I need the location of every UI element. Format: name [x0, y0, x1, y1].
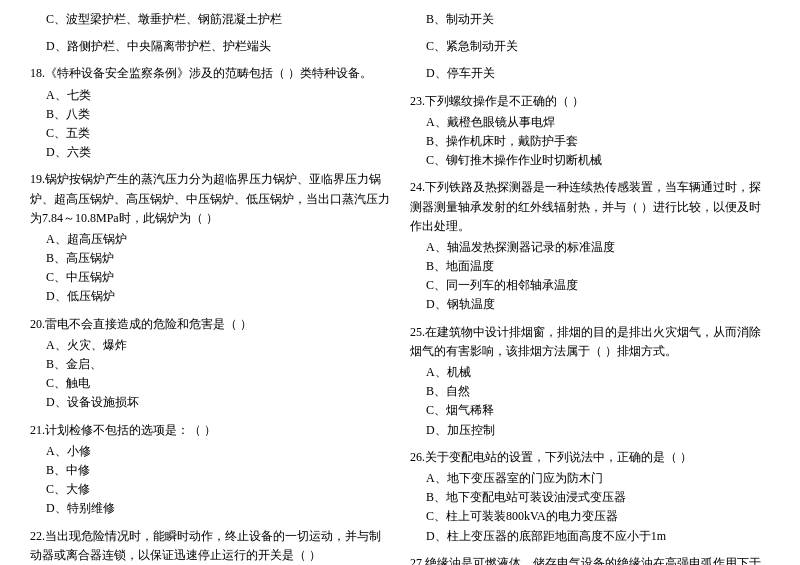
- option-text: A、小修: [30, 442, 390, 461]
- option-text: B、八类: [30, 105, 390, 124]
- option-text: A、七类: [30, 86, 390, 105]
- question-block: 21.计划检修不包括的选项是：（ ）A、小修B、中修C、大修D、特别维修: [30, 421, 390, 519]
- question-title: 22.当出现危险情况时，能瞬时动作，终止设备的一切运动，并与制动器或离合器连锁，…: [30, 527, 390, 565]
- question-block: 24.下列铁路及热探测器是一种连续热传感装置，当车辆通过时，探测器测量轴承发射的…: [410, 178, 770, 314]
- question-block: C、紧急制动开关: [410, 37, 770, 56]
- question-block: 25.在建筑物中设计排烟窗，排烟的目的是排出火灾烟气，从而消除烟气的有害影响，该…: [410, 323, 770, 440]
- option-text: A、超高压锅炉: [30, 230, 390, 249]
- option-text: A、戴橙色眼镜从事电焊: [410, 113, 770, 132]
- question-block: D、停车开关: [410, 64, 770, 83]
- option-text: C、触电: [30, 374, 390, 393]
- option-text: D、停车开关: [410, 64, 770, 83]
- option-text: C、波型梁护栏、墩垂护栏、钢筋混凝土护栏: [30, 10, 390, 29]
- option-text: C、中压锅炉: [30, 268, 390, 287]
- option-text: C、大修: [30, 480, 390, 499]
- option-text: C、烟气稀释: [410, 401, 770, 420]
- option-text: B、金启、: [30, 355, 390, 374]
- question-block: 19.锅炉按锅炉产生的蒸汽压力分为超临界压力锅炉、亚临界压力锅炉、超高压锅炉、高…: [30, 170, 390, 306]
- option-text: B、中修: [30, 461, 390, 480]
- question-block: B、制动开关: [410, 10, 770, 29]
- option-text: D、钢轨温度: [410, 295, 770, 314]
- question-title: 19.锅炉按锅炉产生的蒸汽压力分为超临界压力锅炉、亚临界压力锅炉、超高压锅炉、高…: [30, 170, 390, 228]
- option-text: B、地面温度: [410, 257, 770, 276]
- option-text: C、五类: [30, 124, 390, 143]
- question-title: 26.关于变配电站的设置，下列说法中，正确的是（ ）: [410, 448, 770, 467]
- question-block: 20.雷电不会直接造成的危险和危害是（ ）A、火灾、爆炸B、金启、C、触电D、设…: [30, 315, 390, 413]
- option-text: A、机械: [410, 363, 770, 382]
- option-text: A、地下变压器室的门应为防木门: [410, 469, 770, 488]
- option-text: C、同一列车的相邻轴承温度: [410, 276, 770, 295]
- question-block: 27.绝缘油是可燃液体，储存电气设备的绝缘油在高强电弧作用下于气化和分解，喷出大…: [410, 554, 770, 565]
- left-column: C、波型梁护栏、墩垂护栏、钢筋混凝土护栏D、路侧护栏、中央隔离带护栏、护栏端头1…: [30, 10, 390, 565]
- two-column-layout: C、波型梁护栏、墩垂护栏、钢筋混凝土护栏D、路侧护栏、中央隔离带护栏、护栏端头1…: [30, 10, 770, 565]
- option-text: B、操作机床时，戴防护手套: [410, 132, 770, 151]
- question-block: 23.下列螺纹操作是不正确的（ ）A、戴橙色眼镜从事电焊B、操作机床时，戴防护手…: [410, 92, 770, 171]
- right-column: B、制动开关C、紧急制动开关D、停车开关23.下列螺纹操作是不正确的（ ）A、戴…: [410, 10, 770, 565]
- question-title: 25.在建筑物中设计排烟窗，排烟的目的是排出火灾烟气，从而消除烟气的有害影响，该…: [410, 323, 770, 361]
- question-block: 18.《特种设备安全监察条例》涉及的范畴包括（ ）类特种设备。A、七类B、八类C…: [30, 64, 390, 162]
- option-text: D、六类: [30, 143, 390, 162]
- option-text: D、低压锅炉: [30, 287, 390, 306]
- option-text: B、自然: [410, 382, 770, 401]
- question-title: 21.计划检修不包括的选项是：（ ）: [30, 421, 390, 440]
- question-title: 27.绝缘油是可燃液体，储存电气设备的绝缘油在高强电弧作用下于气化和分解，喷出大…: [410, 554, 770, 565]
- option-text: D、柱上变压器的底部距地面高度不应小于1m: [410, 527, 770, 546]
- option-text: B、地下变配电站可装设油浸式变压器: [410, 488, 770, 507]
- option-text: A、轴温发热探测器记录的标准温度: [410, 238, 770, 257]
- option-text: A、火灾、爆炸: [30, 336, 390, 355]
- option-text: B、制动开关: [410, 10, 770, 29]
- option-text: C、柱上可装装800kVA的电力变压器: [410, 507, 770, 526]
- question-title: 23.下列螺纹操作是不正确的（ ）: [410, 92, 770, 111]
- question-block: 26.关于变配电站的设置，下列说法中，正确的是（ ）A、地下变压器室的门应为防木…: [410, 448, 770, 546]
- option-text: B、高压锅炉: [30, 249, 390, 268]
- option-text: D、路侧护栏、中央隔离带护栏、护栏端头: [30, 37, 390, 56]
- question-title: 18.《特种设备安全监察条例》涉及的范畴包括（ ）类特种设备。: [30, 64, 390, 83]
- option-text: D、特别维修: [30, 499, 390, 518]
- option-text: C、铆钉推木操作作业时切断机械: [410, 151, 770, 170]
- question-block: C、波型梁护栏、墩垂护栏、钢筋混凝土护栏: [30, 10, 390, 29]
- page-container: C、波型梁护栏、墩垂护栏、钢筋混凝土护栏D、路侧护栏、中央隔离带护栏、护栏端头1…: [30, 10, 770, 565]
- option-text: D、加压控制: [410, 421, 770, 440]
- option-text: C、紧急制动开关: [410, 37, 770, 56]
- question-title: 20.雷电不会直接造成的危险和危害是（ ）: [30, 315, 390, 334]
- question-title: 24.下列铁路及热探测器是一种连续热传感装置，当车辆通过时，探测器测量轴承发射的…: [410, 178, 770, 236]
- question-block: 22.当出现危险情况时，能瞬时动作，终止设备的一切运动，并与制动器或离合器连锁，…: [30, 527, 390, 566]
- question-block: D、路侧护栏、中央隔离带护栏、护栏端头: [30, 37, 390, 56]
- option-text: D、设备设施损坏: [30, 393, 390, 412]
